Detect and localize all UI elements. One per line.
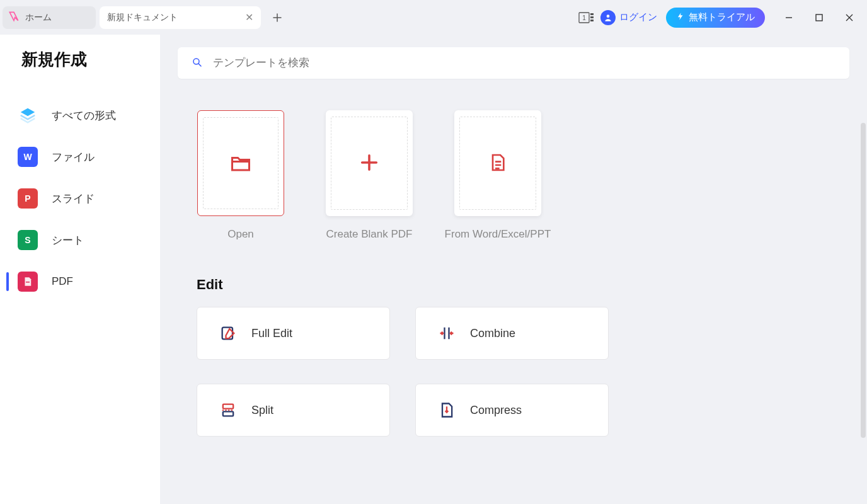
create-card-label: Open <box>178 226 304 243</box>
free-trial-button[interactable]: 無料トライアル <box>666 8 765 28</box>
sidebar-item-slide[interactable]: P スライド <box>0 178 160 219</box>
action-label: Split <box>251 404 273 417</box>
sidebar-item-file[interactable]: W ファイル <box>0 136 160 178</box>
window-minimize-button[interactable] <box>774 8 804 28</box>
sidebar-item-label: シート <box>52 233 84 248</box>
sidebar-item-pdf[interactable]: PDF <box>0 261 160 302</box>
compress-icon <box>437 401 456 420</box>
combine-icon <box>437 324 456 343</box>
tab-document-label: 新規ドキュメント <box>107 12 178 23</box>
window-maximize-button[interactable] <box>804 8 834 28</box>
svg-point-8 <box>193 59 199 64</box>
action-label: Combine <box>470 327 515 340</box>
spreadsheet-icon: S <box>18 230 38 250</box>
action-split[interactable]: Split <box>197 384 390 437</box>
edit-icon <box>219 324 238 343</box>
tab-document[interactable]: 新規ドキュメント ✕ <box>100 6 261 29</box>
action-label: Compress <box>470 404 522 417</box>
action-compress[interactable]: Compress <box>415 384 609 437</box>
avatar-icon <box>600 10 616 25</box>
sidebar-item-label: ファイル <box>52 150 95 164</box>
svg-text:1: 1 <box>582 14 586 21</box>
template-search[interactable] <box>178 47 849 79</box>
svg-rect-6 <box>816 14 822 21</box>
split-icon <box>219 401 238 420</box>
section-title-edit: Edit <box>197 277 849 293</box>
svg-rect-10 <box>223 404 233 409</box>
svg-rect-11 <box>223 412 233 416</box>
close-tab-icon[interactable]: ✕ <box>245 11 253 23</box>
main-content: Open Create Blank PDF <box>160 35 867 504</box>
template-search-input[interactable] <box>213 57 835 69</box>
action-combine[interactable]: Combine <box>415 307 609 360</box>
svg-rect-4 <box>590 20 594 21</box>
create-card-label: Create Blank PDF <box>306 226 432 243</box>
sidebar-item-label: PDF <box>52 275 73 288</box>
login-button[interactable]: ログイン <box>600 10 657 25</box>
action-full-edit[interactable]: Full Edit <box>197 307 390 360</box>
tab-home[interactable]: ホーム <box>3 6 96 29</box>
sidebar: 新規作成 すべての形式 W ファイル P スライド S シート <box>0 35 160 504</box>
bolt-icon <box>676 12 685 23</box>
scrollbar[interactable] <box>861 123 866 438</box>
svg-rect-7 <box>26 282 30 283</box>
svg-point-5 <box>607 14 610 18</box>
window-close-button[interactable] <box>834 8 864 28</box>
login-label: ログイン <box>619 11 657 23</box>
svg-rect-3 <box>590 16 594 18</box>
create-card-label: From Word/Excel/PPT <box>435 226 561 243</box>
create-card-blank-pdf[interactable]: Create Blank PDF <box>325 110 413 243</box>
sidebar-item-label: すべての形式 <box>52 108 116 123</box>
layers-icon <box>18 105 38 125</box>
new-tab-button[interactable] <box>265 6 290 29</box>
sidebar-heading: 新規作成 <box>0 49 160 71</box>
titlebar: ホーム 新規ドキュメント ✕ 1 ログイン 無料トライアル <box>0 0 867 35</box>
free-trial-label: 無料トライアル <box>689 11 755 23</box>
sidebar-item-all-formats[interactable]: すべての形式 <box>0 94 160 136</box>
app-logo-icon <box>8 10 20 25</box>
presentation-icon: P <box>18 188 38 209</box>
action-label: Full Edit <box>251 327 292 340</box>
sidebar-item-label: スライド <box>52 192 95 206</box>
search-icon <box>192 57 203 70</box>
svg-rect-2 <box>590 13 594 15</box>
create-card-from-office[interactable]: From Word/Excel/PPT <box>454 110 542 243</box>
word-icon: W <box>18 147 38 167</box>
create-card-open[interactable]: Open <box>197 110 285 243</box>
pdf-icon <box>18 272 38 292</box>
tab-home-label: ホーム <box>25 12 52 23</box>
window-mini-icon[interactable]: 1 <box>578 9 595 26</box>
sidebar-item-sheet[interactable]: S シート <box>0 219 160 261</box>
